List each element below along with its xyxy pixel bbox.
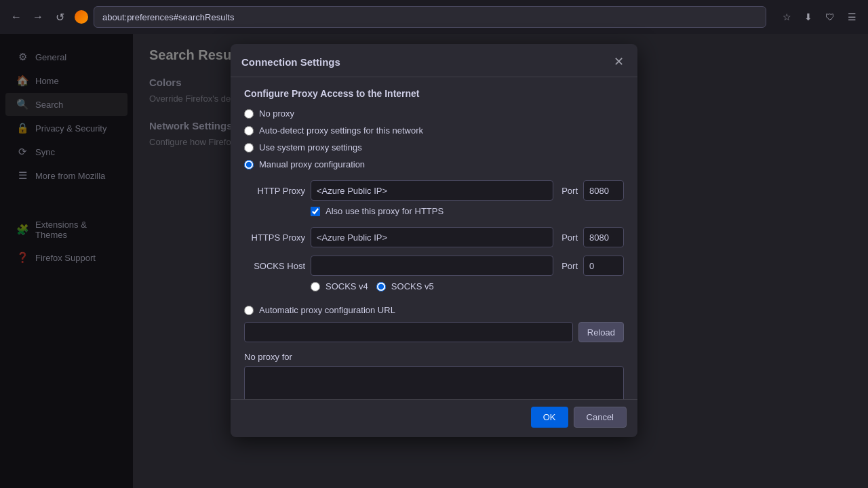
http-proxy-label: HTTP Proxy [244,186,305,196]
auto-detect-radio[interactable] [244,126,254,136]
no-proxy-for-label: No proxy for [244,352,624,362]
manual-proxy-option[interactable]: Manual proxy configuration [244,159,624,169]
no-proxy-textarea[interactable] [244,366,624,399]
dialog-header: Connection Settings ✕ [231,44,637,77]
socks-v4-label: SOCKS v4 [326,281,368,291]
dialog-footer: OK Cancel [231,399,637,437]
auto-url-label: Automatic proxy configuration URL [259,305,395,315]
also-use-label: Also use this proxy for HTTPS [326,206,443,216]
also-use-checkbox[interactable] [311,207,320,216]
dialog-body: Configure Proxy Access to the Internet N… [231,77,637,399]
https-proxy-label: HTTPS Proxy [244,232,305,243]
system-proxy-option[interactable]: Use system proxy settings [244,142,624,152]
manual-proxy-fields: HTTP Proxy Port Also use this proxy for … [244,180,624,300]
dialog-close-button[interactable]: ✕ [610,54,627,70]
auto-url-input[interactable] [244,322,573,342]
socks-v4-option[interactable]: SOCKS v4 [311,281,368,291]
socks-host-row: SOCKS Host Port [244,256,624,276]
socks-v5-option[interactable]: SOCKS v5 [376,281,434,291]
https-port-input[interactable] [583,227,624,247]
forward-button[interactable]: → [28,7,47,26]
auto-url-option[interactable]: Automatic proxy configuration URL [244,305,624,315]
ok-button[interactable]: OK [531,407,568,428]
address-bar[interactable]: about:preferences#searchResults [94,6,766,28]
auto-detect-option[interactable]: Auto-detect proxy settings for this netw… [244,125,624,136]
no-proxy-label: No proxy [259,108,294,119]
auto-url-radio[interactable] [244,306,254,315]
system-proxy-radio[interactable] [244,143,254,152]
modal-overlay: Connection Settings ✕ Configure Proxy Ac… [0,34,868,488]
http-proxy-row: HTTP Proxy Port [244,180,624,201]
socks-v5-label: SOCKS v5 [391,281,434,291]
socks-v5-radio[interactable] [376,282,386,291]
no-proxy-option[interactable]: No proxy [244,108,624,119]
https-port-label: Port [561,232,578,243]
proxy-options-group: No proxy Auto-detect proxy settings for … [244,108,624,169]
dialog-title: Connection Settings [241,56,340,68]
nav-buttons: ← → ↺ [7,7,69,26]
manual-proxy-label: Manual proxy configuration [259,159,365,169]
download-icon[interactable]: ⬇ [799,7,818,26]
socks-host-input[interactable] [311,256,553,276]
http-port-input[interactable] [583,180,624,201]
shield-icon[interactable]: 🛡 [821,7,840,26]
https-proxy-input[interactable] [311,227,553,247]
socks-port-label: Port [561,261,578,271]
firefox-logo [75,10,88,24]
bookmark-icon[interactable]: ☆ [777,7,796,26]
refresh-button[interactable]: ↺ [50,7,69,26]
http-port-label: Port [561,186,578,196]
toolbar-icons: ☆ ⬇ 🛡 ☰ [777,7,861,26]
connection-settings-dialog: Connection Settings ✕ Configure Proxy Ac… [231,44,637,437]
socks-port-input[interactable] [583,256,624,276]
http-proxy-input[interactable] [311,180,553,201]
browser-chrome: ← → ↺ about:preferences#searchResults ☆ … [0,0,868,34]
socks-version-row: SOCKS v4 SOCKS v5 [311,281,624,291]
auto-detect-label: Auto-detect proxy settings for this netw… [259,125,423,136]
socks-host-label: SOCKS Host [244,261,305,271]
no-proxy-section: No proxy for Example: .mozilla.org, .net… [244,352,624,399]
back-button[interactable]: ← [7,7,26,26]
manual-proxy-radio[interactable] [244,160,254,169]
socks-v4-radio[interactable] [311,282,320,291]
no-proxy-radio[interactable] [244,109,254,119]
config-title: Configure Proxy Access to the Internet [244,88,624,99]
system-proxy-label: Use system proxy settings [259,142,362,152]
auto-url-row: Reload [244,322,624,342]
reload-button[interactable]: Reload [578,322,624,342]
address-text: about:preferences#searchResults [102,12,234,22]
cancel-button[interactable]: Cancel [574,407,627,428]
https-proxy-row: HTTPS Proxy Port [244,227,624,247]
menu-icon[interactable]: ☰ [842,7,861,26]
also-use-checkbox-row: Also use this proxy for HTTPS [311,206,624,216]
